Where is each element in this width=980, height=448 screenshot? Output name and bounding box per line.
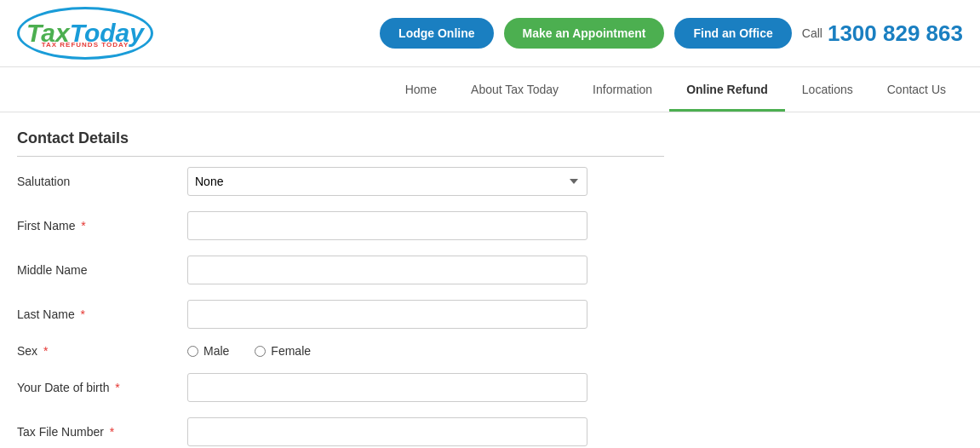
required-star: * (77, 219, 85, 233)
middle-name-row: Middle Name (17, 256, 664, 284)
sex-row: Sex * Male Female (17, 344, 664, 358)
call-label: Call (802, 26, 822, 40)
make-appointment-button[interactable]: Make an Appointment (504, 18, 665, 49)
nav-item-about[interactable]: About Tax Today (454, 67, 576, 112)
sex-male-option[interactable]: Male (187, 344, 229, 358)
salutation-label: Salutation (17, 175, 187, 188)
sex-female-radio[interactable] (255, 346, 266, 357)
logo-area: TaxToday TAX REFUNDS TODAY (17, 7, 153, 60)
middle-name-label: Middle Name (17, 263, 187, 277)
call-area: Call 1300 829 863 (802, 20, 963, 47)
nav-item-online-refund[interactable]: Online Refund (669, 67, 785, 112)
tfn-label: Tax File Number * (17, 425, 187, 439)
find-office-button[interactable]: Find an Office (674, 18, 791, 49)
lodge-online-button[interactable]: Lodge Online (380, 18, 493, 49)
logo: TaxToday TAX REFUNDS TODAY (17, 7, 153, 60)
dob-row: Your Date of birth * (17, 373, 664, 402)
section-title: Contact Details (17, 129, 664, 157)
first-name-input[interactable] (187, 211, 587, 240)
dob-input[interactable] (187, 373, 587, 402)
last-name-label: Last Name * (17, 307, 187, 321)
top-bar: TaxToday TAX REFUNDS TODAY Lodge Online … (0, 0, 980, 67)
nav-item-home[interactable]: Home (388, 67, 454, 112)
nav-item-contact[interactable]: Contact Us (870, 67, 963, 112)
nav-item-locations[interactable]: Locations (785, 67, 870, 112)
first-name-row: First Name * (17, 211, 664, 240)
phone-number: 1300 829 863 (828, 20, 963, 47)
content-area: Contact Details Salutation None Mr Mrs M… (0, 112, 681, 448)
sex-male-radio[interactable] (187, 346, 198, 357)
tfn-input[interactable] (187, 417, 587, 446)
sex-female-option[interactable]: Female (255, 344, 311, 358)
nav-item-information[interactable]: Information (576, 67, 669, 112)
nav-bar: Home About Tax Today Information Online … (0, 67, 980, 112)
sex-label: Sex * (17, 344, 187, 358)
salutation-row: Salutation None Mr Mrs Ms Miss Dr (17, 167, 664, 196)
required-star: * (112, 381, 119, 394)
dob-label: Your Date of birth * (17, 381, 187, 394)
last-name-input[interactable] (187, 300, 587, 329)
middle-name-input[interactable] (187, 256, 587, 284)
tfn-row: Tax File Number * (17, 417, 664, 446)
required-star: * (40, 344, 48, 358)
sex-radio-group: Male Female (187, 344, 311, 358)
logo-subtitle: TAX REFUNDS TODAY (42, 41, 129, 49)
salutation-select[interactable]: None Mr Mrs Ms Miss Dr (187, 167, 587, 196)
first-name-label: First Name * (17, 219, 187, 233)
required-star: * (106, 425, 114, 439)
required-star: * (77, 307, 85, 321)
last-name-row: Last Name * (17, 300, 664, 329)
